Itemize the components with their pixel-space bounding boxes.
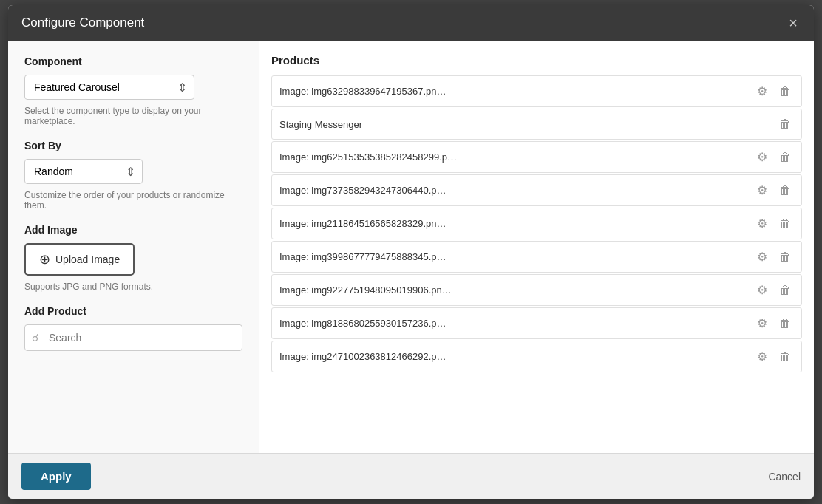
upload-image-button[interactable]: ⊕ Upload Image — [24, 243, 135, 276]
component-section-label: Component — [24, 55, 242, 67]
modal-header: Configure Component × — [8, 5, 814, 41]
product-name: Staging Messenger — [279, 119, 776, 130]
table-row: Staging Messenger🗑 — [271, 109, 802, 140]
gear-icon[interactable]: ⚙ — [754, 149, 770, 166]
delete-icon[interactable]: 🗑 — [776, 149, 794, 166]
sort-hint: Customize the order of your products or … — [24, 190, 242, 211]
table-row: Image: img9227751948095019906.pn…⚙🗑 — [271, 274, 802, 306]
right-panel: Products Image: img632988339647195367.pn… — [259, 41, 814, 453]
search-input[interactable] — [24, 324, 242, 351]
cancel-button[interactable]: Cancel — [768, 471, 801, 483]
product-actions: ⚙🗑 — [754, 83, 794, 100]
sort-section: Sort By Random Newest Oldest ⇕ Customize… — [24, 140, 242, 211]
product-actions: ⚙🗑 — [754, 149, 794, 166]
sort-section-label: Sort By — [24, 140, 242, 151]
gear-icon[interactable]: ⚙ — [754, 83, 770, 100]
apply-button[interactable]: Apply — [21, 463, 91, 490]
sort-select-wrapper: Random Newest Oldest ⇕ — [24, 159, 143, 184]
table-row: Image: img737358294324730644​0.p…⚙🗑 — [271, 174, 802, 206]
product-actions: ⚙🗑 — [754, 282, 794, 299]
gear-icon[interactable]: ⚙ — [754, 282, 770, 299]
delete-icon[interactable]: 🗑 — [776, 282, 794, 299]
component-select[interactable]: Featured Carousel Other — [24, 75, 194, 100]
modal-title: Configure Component — [21, 16, 144, 30]
table-row: Image: img24710023638124​66292.p…⚙🗑 — [271, 341, 802, 372]
product-name: Image: img737358294324730644​0.p… — [279, 185, 754, 196]
modal-footer: Apply Cancel — [8, 453, 814, 499]
product-name: Image: img211864516565828329.pn… — [279, 218, 754, 229]
upload-button-label: Upload Image — [55, 253, 120, 265]
product-name: Image: img9227751948095019906.pn… — [279, 285, 754, 296]
modal-close-button[interactable]: × — [786, 16, 801, 30]
gear-icon[interactable]: ⚙ — [754, 348, 770, 365]
product-name: Image: img24710023638124​66292.p… — [279, 351, 754, 362]
search-wrapper: ☌ — [24, 324, 242, 351]
modal-overlay: Configure Component × Component Featured… — [0, 0, 822, 504]
gear-icon[interactable]: ⚙ — [754, 215, 770, 232]
delete-icon[interactable]: 🗑 — [776, 349, 794, 365]
product-name: Image: img399867777947588834​5.p… — [279, 251, 754, 262]
product-actions: ⚙🗑 — [754, 315, 794, 332]
add-image-section: Add Image ⊕ Upload Image Supports JPG an… — [24, 224, 242, 292]
products-title: Products — [271, 54, 802, 67]
product-actions: ⚙🗑 — [754, 182, 794, 199]
product-list: Image: img632988339647195367.pn…⚙🗑Stagin… — [271, 75, 802, 372]
delete-icon[interactable]: 🗑 — [776, 216, 794, 232]
product-actions: ⚙🗑 — [754, 248, 794, 265]
table-row: Image: img632988339647195367.pn…⚙🗑 — [271, 75, 802, 107]
product-actions: 🗑 — [776, 116, 794, 132]
gear-icon[interactable]: ⚙ — [754, 315, 770, 332]
delete-icon[interactable]: 🗑 — [776, 84, 794, 100]
configure-component-modal: Configure Component × Component Featured… — [8, 5, 814, 499]
add-image-label: Add Image — [24, 224, 242, 236]
table-row: Image: img818868025593015723​6.p…⚙🗑 — [271, 307, 802, 339]
add-product-label: Add Product — [24, 305, 242, 317]
component-hint: Select the component type to display on … — [24, 106, 242, 126]
sort-select[interactable]: Random Newest Oldest — [24, 159, 143, 184]
product-name: Image: img632988339647195367.pn… — [279, 86, 754, 97]
delete-icon[interactable]: 🗑 — [776, 116, 794, 132]
table-row: Image: img625153535385282458299.p…⚙🗑 — [271, 141, 802, 173]
left-panel: Component Featured Carousel Other ⇕ Sele… — [8, 41, 259, 453]
product-actions: ⚙🗑 — [754, 215, 794, 232]
component-section: Component Featured Carousel Other ⇕ Sele… — [24, 55, 242, 126]
upload-hint: Supports JPG and PNG formats. — [24, 282, 242, 292]
gear-icon[interactable]: ⚙ — [754, 248, 770, 265]
table-row: Image: img399867777947588834​5.p…⚙🗑 — [271, 241, 802, 273]
product-actions: ⚙🗑 — [754, 348, 794, 365]
delete-icon[interactable]: 🗑 — [776, 183, 794, 199]
search-icon: ☌ — [32, 332, 38, 344]
modal-body: Component Featured Carousel Other ⇕ Sele… — [8, 41, 814, 453]
plus-circle-icon: ⊕ — [39, 251, 50, 268]
table-row: Image: img211864516565828329.pn…⚙🗑 — [271, 208, 802, 239]
delete-icon[interactable]: 🗑 — [776, 316, 794, 332]
add-product-section: Add Product ☌ — [24, 305, 242, 351]
gear-icon[interactable]: ⚙ — [754, 182, 770, 199]
delete-icon[interactable]: 🗑 — [776, 249, 794, 265]
product-name: Image: img625153535385282458299.p… — [279, 151, 754, 163]
component-select-wrapper: Featured Carousel Other ⇕ — [24, 75, 194, 100]
product-name: Image: img818868025593015723​6.p… — [279, 318, 754, 329]
